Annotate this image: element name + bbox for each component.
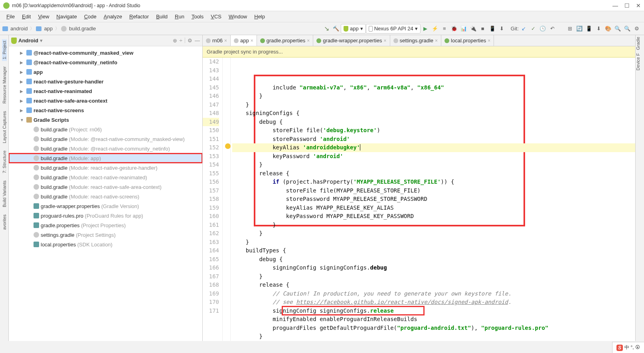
vcs-history-icon[interactable]: 🕓 <box>538 24 547 34</box>
tree-node[interactable]: ▶react-native-screens <box>9 105 202 115</box>
tool-avorites[interactable]: avorites <box>2 213 7 232</box>
tool-gradle[interactable]: Gradle <box>636 35 640 52</box>
menu-view[interactable]: View <box>35 13 52 20</box>
fold-column[interactable] <box>223 58 231 341</box>
tab-rn06[interactable]: rn06× <box>203 35 231 46</box>
expand-all-icon[interactable]: ÷ <box>180 38 182 44</box>
vcs-update-icon[interactable]: ↙ <box>519 24 528 34</box>
tree-node[interactable]: settings.gradle (Project Settings) <box>9 230 202 240</box>
tree-node[interactable]: gradle.properties (Project Properties) <box>9 220 202 230</box>
tab-app[interactable]: app× <box>231 35 257 46</box>
vcs-commit-icon[interactable]: ✓ <box>528 24 538 34</box>
tree-node[interactable]: build.gradle (Module: react-native-scree… <box>9 192 202 201</box>
avd-manager-icon[interactable]: 📱 <box>488 24 497 34</box>
resource-manager-icon[interactable]: 🎨 <box>603 24 613 34</box>
close-tab-icon[interactable]: × <box>307 38 310 44</box>
avd-icon[interactable]: 📱 <box>584 24 594 34</box>
gear-icon[interactable]: ⚙ <box>188 38 192 44</box>
apply-code-icon[interactable]: ≡ <box>440 24 449 34</box>
tab-gradle-wrapper-properties[interactable]: gradle-wrapper.properties× <box>313 35 390 46</box>
project-tree[interactable]: ▶@react-native-community_masked_view▶@re… <box>9 46 202 341</box>
tree-node[interactable]: build.gradle (Module: react-native-gestu… <box>9 163 202 173</box>
menu-build[interactable]: Build <box>153 13 171 20</box>
sdk-icon[interactable]: ⬇ <box>594 24 603 34</box>
close-tab-icon[interactable]: × <box>251 38 253 44</box>
code-content[interactable]: include "armeabi-v7a", "x86", "arm64-v8a… <box>231 58 635 341</box>
tree-node[interactable]: build.gradle (Module: @react-native-comm… <box>9 144 202 153</box>
menu-run[interactable]: Run <box>172 13 188 20</box>
menu-tools[interactable]: Tools <box>188 13 207 20</box>
menu-file[interactable]: File <box>3 13 18 20</box>
tree-node[interactable]: ▶@react-native-community_netinfo <box>9 58 202 67</box>
project-structure-icon[interactable]: ⊞ <box>565 24 575 34</box>
close-tab-icon[interactable]: × <box>383 38 386 44</box>
sync-gradle-icon[interactable]: 🔄 <box>575 24 584 34</box>
menu-vcs[interactable]: VCS <box>207 13 225 20</box>
tree-node[interactable]: ▶react-native-gesture-handler <box>9 77 202 86</box>
build-icon[interactable]: 🔨 <box>331 24 341 34</box>
code-editor[interactable]: 1421431441451461471481491501511521531541… <box>203 58 635 341</box>
intention-bulb-icon[interactable] <box>225 143 231 149</box>
menu-code[interactable]: Code <box>81 13 100 20</box>
tool-device f[interactable]: Device F <box>636 52 640 72</box>
tool-layout-captures[interactable]: Layout Captures <box>2 109 7 145</box>
menu-navigate[interactable]: Navigate <box>53 13 80 20</box>
run-button[interactable]: ▶ <box>421 24 430 34</box>
close-tab-icon[interactable]: × <box>488 38 490 44</box>
apply-changes-icon[interactable]: ⚡ <box>430 24 440 34</box>
vcs-revert-icon[interactable]: ↶ <box>547 24 557 34</box>
hide-panel-icon[interactable]: — <box>195 38 200 44</box>
tool----structure[interactable]: 7: Structure <box>2 149 7 175</box>
breadcrumb-android[interactable]: android <box>10 25 28 32</box>
tool-resource-manager[interactable]: Resource Manager <box>2 65 7 105</box>
tree-node[interactable]: local.properties (SDK Location) <box>9 240 202 249</box>
gradle-icon <box>61 26 67 32</box>
project-view-label[interactable]: Android <box>18 38 38 44</box>
menu-help[interactable]: Help <box>251 13 268 20</box>
tool-build-variants[interactable]: Build Variants <box>2 179 7 209</box>
tree-node[interactable]: ▶react-native-safe-area-context <box>9 96 202 105</box>
tree-node[interactable]: ▶react-native-reanimated <box>9 86 202 96</box>
menu-window[interactable]: Window <box>225 13 250 20</box>
sdk-manager-icon[interactable]: ⬇ <box>497 24 507 34</box>
close-button[interactable]: ✕ <box>636 2 641 9</box>
maximize-button[interactable]: ☐ <box>624 2 630 9</box>
sync-down-icon[interactable]: ↘ <box>322 24 331 34</box>
tool----project[interactable]: 1: Project <box>2 39 7 61</box>
project-panel-header: Android ▾ ⊕ ÷ ⚙ — <box>9 35 202 46</box>
tree-node[interactable]: ▼Gradle Scripts <box>9 115 202 125</box>
debug-button[interactable]: 🐞 <box>449 24 459 34</box>
close-tab-icon[interactable]: × <box>224 38 227 44</box>
breadcrumb-app[interactable]: app <box>43 25 53 32</box>
tree-node[interactable]: proguard-rules.pro (ProGuard Rules for a… <box>9 211 202 220</box>
menu-edit[interactable]: Edit <box>19 13 34 20</box>
breadcrumb-file[interactable]: build.gradle <box>68 25 97 32</box>
tab-settings-gradle[interactable]: settings.gradle× <box>390 35 442 46</box>
profile-icon[interactable]: 📊 <box>459 24 468 34</box>
tree-node[interactable]: build.gradle (Project: rn06) <box>9 125 202 134</box>
search-everywhere-icon[interactable]: 🔍 <box>622 24 632 34</box>
tree-node[interactable]: build.gradle (Module: react-native-safe-… <box>9 182 202 192</box>
attach-debugger-icon[interactable]: 🔌 <box>468 24 478 34</box>
tree-node[interactable]: build.gradle (Module: app) <box>9 153 202 163</box>
select-opened-file-icon[interactable]: ⊕ <box>173 38 177 44</box>
android-icon <box>344 26 348 32</box>
tab-local-properties[interactable]: local.properties× <box>441 35 494 46</box>
device-dropdown[interactable]: Nexus 6P API 24 ▾ <box>366 24 421 34</box>
tab-gradle-properties[interactable]: gradle.properties× <box>257 35 314 46</box>
menu-analyze[interactable]: Analyze <box>101 13 125 20</box>
menu-refactor[interactable]: Refactor <box>126 13 152 20</box>
tree-node[interactable]: build.gradle (Module: @react-native-comm… <box>9 134 202 144</box>
run-config-dropdown[interactable]: app ▾ <box>341 24 366 34</box>
tree-node[interactable]: ▶app <box>9 67 202 77</box>
close-tab-icon[interactable]: × <box>435 38 438 44</box>
tree-node[interactable]: ▶@react-native-community_masked_view <box>9 48 202 58</box>
tree-node[interactable]: gradle-wrapper.properties (Gradle Versio… <box>9 201 202 211</box>
tree-node[interactable]: build.gradle (Module: react-native-reani… <box>9 173 202 182</box>
stop-button[interactable]: ■ <box>478 24 488 34</box>
layout-inspector-icon[interactable]: 🔍 <box>613 24 622 34</box>
dropdown-arrow-icon[interactable]: ▾ <box>40 38 43 44</box>
minimize-button[interactable]: — <box>612 2 618 9</box>
settings-icon[interactable]: ⚙ <box>632 24 642 34</box>
project-panel: Android ▾ ⊕ ÷ ⚙ — ▶@react-native-communi… <box>9 35 203 341</box>
